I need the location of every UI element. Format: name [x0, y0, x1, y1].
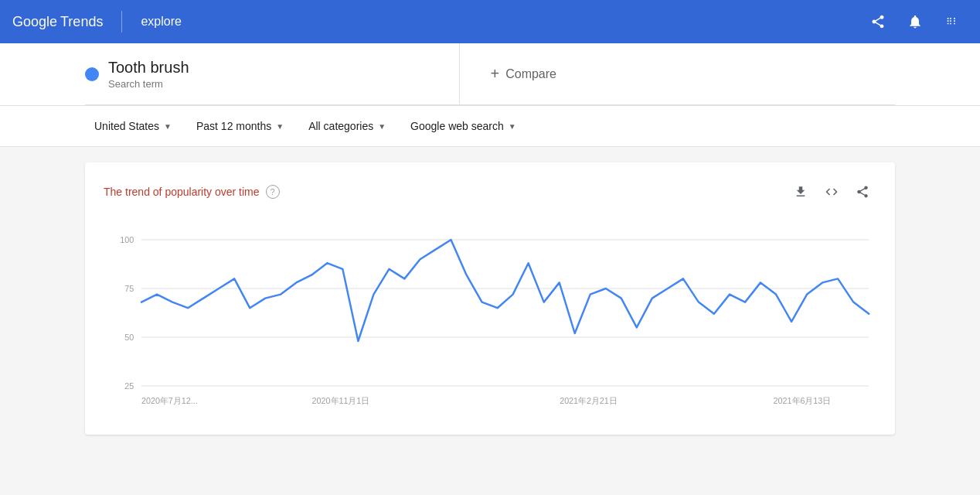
logo-trends: Trends	[60, 14, 103, 30]
chart-title-row: The trend of popularity over time ?	[104, 185, 280, 199]
search-term-name: Tooth brush	[108, 59, 189, 77]
filter-row: United States ▼ Past 12 months ▼ All cat…	[0, 106, 980, 147]
logo-google: Google	[12, 14, 57, 30]
logo: Google Trends	[12, 14, 103, 30]
notification-button[interactable]	[900, 6, 931, 37]
chart-header: The trend of popularity over time ?	[104, 178, 876, 206]
svg-text:25: 25	[124, 381, 134, 391]
help-icon[interactable]: ?	[266, 185, 280, 199]
region-label: United States	[94, 120, 159, 132]
search-row: Tooth brush Search term + Compare	[85, 43, 895, 105]
main-content: The trend of popularity over time ?	[0, 147, 980, 450]
chart-title: The trend of popularity over time	[104, 186, 260, 198]
compare-box[interactable]: + Compare	[460, 43, 896, 104]
search-term-info: Tooth brush Search term	[108, 59, 189, 90]
search-term-box: Tooth brush Search term	[85, 43, 460, 104]
trend-chart: 100 75 50 25 2020年7月12... 2020年11月1日 202…	[104, 224, 876, 410]
svg-text:2020年11月1日: 2020年11月1日	[312, 396, 370, 405]
embed-button[interactable]	[818, 178, 846, 206]
compare-label: Compare	[505, 67, 556, 81]
apps-button[interactable]	[937, 6, 968, 37]
time-label: Past 12 months	[196, 120, 271, 132]
category-label: All categories	[308, 120, 373, 132]
header-explore-label: explore	[141, 15, 181, 29]
svg-text:75: 75	[124, 284, 134, 293]
download-button[interactable]	[787, 178, 815, 206]
category-arrow-icon: ▼	[378, 122, 386, 131]
search-term-dot	[85, 67, 99, 81]
share-button[interactable]	[863, 6, 893, 37]
chart-card: The trend of popularity over time ?	[85, 162, 895, 435]
category-filter[interactable]: All categories ▼	[299, 115, 395, 137]
svg-text:50: 50	[124, 333, 134, 342]
app-header: Google Trends explore	[0, 0, 980, 43]
svg-text:2021年2月21日: 2021年2月21日	[560, 396, 618, 405]
chart-actions	[787, 178, 876, 206]
svg-text:2021年6月13日: 2021年6月13日	[774, 396, 832, 405]
compare-plus-icon: +	[491, 65, 500, 83]
search-type-label: Google web search	[410, 120, 504, 132]
header-divider	[121, 11, 122, 32]
time-filter[interactable]: Past 12 months ▼	[187, 115, 293, 137]
search-area: Tooth brush Search term + Compare	[0, 43, 980, 106]
search-term-type: Search term	[108, 78, 189, 90]
search-type-filter[interactable]: Google web search ▼	[401, 115, 526, 137]
region-arrow-icon: ▼	[164, 122, 172, 131]
region-filter[interactable]: United States ▼	[85, 115, 181, 137]
svg-text:100: 100	[120, 235, 134, 244]
time-arrow-icon: ▼	[276, 122, 284, 131]
search-type-arrow-icon: ▼	[509, 122, 516, 131]
chart-area: 100 75 50 25 2020年7月12... 2020年11月1日 202…	[104, 224, 876, 410]
svg-text:2020年7月12...: 2020年7月12...	[141, 396, 198, 405]
header-icons	[863, 6, 968, 37]
chart-share-button[interactable]	[849, 178, 876, 206]
